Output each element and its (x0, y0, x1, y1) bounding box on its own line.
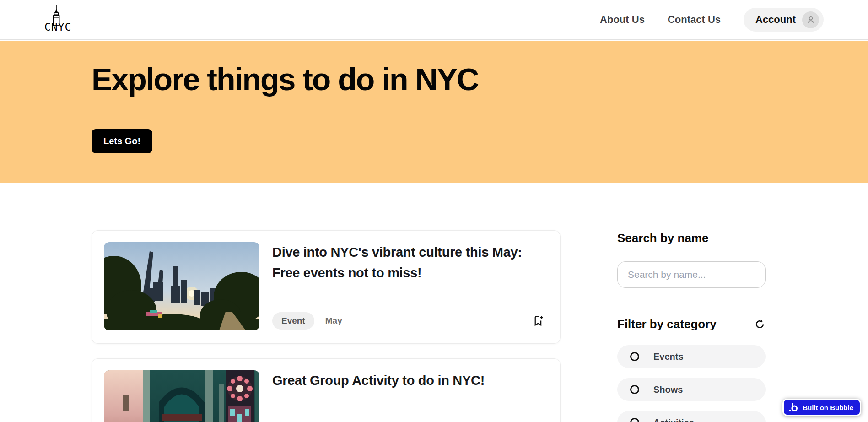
category-label: Shows (653, 384, 683, 395)
card-title: Great Group Activity to do in NYC! (272, 370, 545, 391)
hero-title: Explore things to do in NYC (92, 61, 478, 97)
bookmark-add-icon[interactable] (532, 315, 545, 327)
listings-column: Dive into NYC's vibrant culture this May… (92, 230, 561, 422)
built-on-bubble-badge[interactable]: Built on Bubble (782, 399, 861, 416)
tag-may: May (325, 316, 342, 326)
category-list: Events Shows Activities (617, 345, 766, 422)
category-option-shows[interactable]: Shows (617, 378, 766, 401)
refresh-icon[interactable] (754, 319, 766, 330)
category-label: Activities (653, 417, 694, 422)
radio-circle-icon[interactable] (630, 418, 639, 422)
category-option-activities[interactable]: Activities (617, 411, 766, 422)
nav-link-contact-us[interactable]: Contact Us (668, 14, 721, 26)
card-image-church-interior (104, 370, 259, 422)
category-option-events[interactable]: Events (617, 345, 766, 368)
bubble-badge-label: Built on Bubble (803, 404, 853, 411)
card-tag-row: Event May (272, 312, 545, 330)
search-input[interactable] (617, 261, 766, 288)
account-button[interactable]: Account (744, 8, 824, 32)
filter-header-row: Filter by category (617, 317, 766, 331)
lets-go-button[interactable]: Lets Go! (92, 129, 152, 153)
listing-card[interactable]: Great Group Activity to do in NYC! (92, 358, 561, 422)
site-logo[interactable]: CNYC (44, 5, 76, 34)
card-image-nyc-skyline (104, 242, 259, 330)
account-button-label: Account (755, 14, 796, 26)
category-label: Events (653, 352, 684, 362)
header-nav: About Us Contact Us Account (600, 8, 824, 32)
hero-section: Explore things to do in NYC Lets Go! (0, 41, 868, 183)
person-icon (802, 11, 819, 28)
filter-by-category-heading: Filter by category (617, 317, 717, 331)
logo-text: CNYC (44, 21, 71, 33)
bubble-logo-icon (788, 402, 798, 412)
radio-circle-icon[interactable] (630, 385, 639, 394)
nav-link-about-us[interactable]: About Us (600, 14, 645, 26)
search-by-name-heading: Search by name (617, 231, 766, 245)
card-title: Dive into NYC's vibrant culture this May… (272, 242, 545, 283)
listing-card[interactable]: Dive into NYC's vibrant culture this May… (92, 230, 561, 344)
filter-sidebar: Search by name Filter by category Events… (617, 231, 766, 422)
card-body: Dive into NYC's vibrant culture this May… (272, 242, 545, 330)
tag-event: Event (272, 312, 314, 330)
card-body: Great Group Activity to do in NYC! (272, 370, 545, 422)
header: CNYC About Us Contact Us Account (0, 0, 868, 40)
radio-circle-icon[interactable] (630, 352, 639, 361)
